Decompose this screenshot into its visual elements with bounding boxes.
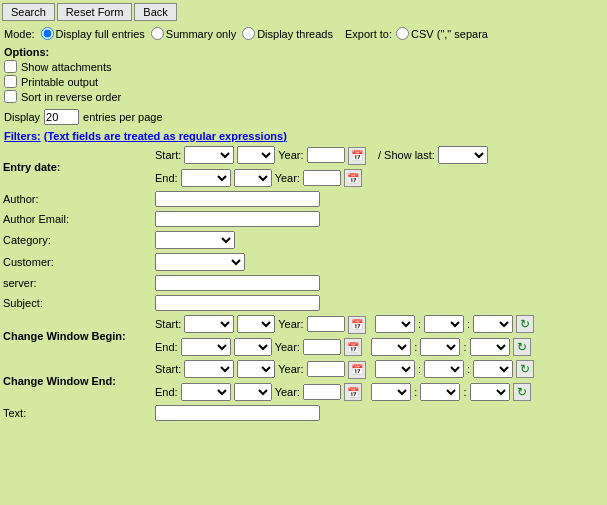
cwb-end-refresh-button[interactable]: ↻ [513, 338, 531, 356]
text-input[interactable] [155, 405, 320, 421]
show-last-label: / Show last: [378, 149, 435, 161]
category-row: Category: [0, 229, 607, 251]
cwb-end-day-select[interactable] [234, 338, 272, 356]
show-attachments-label: Show attachments [21, 61, 112, 73]
cwb-end-cal-button[interactable]: 📅 [344, 338, 362, 356]
mode-full-radio[interactable] [41, 27, 54, 40]
entry-date-end-day-select[interactable] [234, 169, 272, 187]
server-input-cell [152, 273, 607, 293]
cwb-start-day-select[interactable] [237, 315, 275, 333]
sort-reverse-row: Sort in reverse order [4, 90, 603, 103]
printable-output-checkbox[interactable] [4, 75, 17, 88]
entry-date-end-cal-button[interactable]: 📅 [344, 169, 362, 187]
cwb-end-cell: End: Year: 📅 : : ↻ [152, 336, 607, 359]
cwe-start-cell: Start: Year: 📅 : : ↻ [152, 358, 607, 381]
entry-date-end-month-select[interactable] [181, 169, 231, 187]
mode-summary-label[interactable]: Summary only [151, 27, 236, 40]
server-row: server: [0, 273, 607, 293]
cwe-start-min-select[interactable] [424, 360, 464, 378]
subject-input-cell [152, 293, 607, 313]
entry-date-start-day-select[interactable] [237, 146, 275, 164]
cwe-end-sec-select[interactable] [470, 383, 510, 401]
customer-label: Customer: [0, 251, 152, 273]
export-csv-radio[interactable] [396, 27, 409, 40]
cwe-end-year-input[interactable] [303, 384, 341, 400]
cwe-start-cal-button[interactable]: 📅 [348, 361, 366, 379]
cwb-start-min-select[interactable] [424, 315, 464, 333]
entry-date-end-cell: End: Year: 📅 [152, 167, 607, 190]
mode-label: Mode: [4, 28, 35, 40]
show-last-select[interactable] [438, 146, 488, 164]
filters-note: (Text fields are treated as [44, 130, 179, 142]
export-csv-label[interactable]: CSV ("," separa [396, 27, 488, 40]
show-attachments-checkbox[interactable] [4, 60, 17, 73]
author-email-input[interactable] [155, 211, 320, 227]
cwe-end-hour-select[interactable] [371, 383, 411, 401]
cwe-end-label: End: [155, 386, 178, 398]
display-suffix: entries per page [83, 111, 163, 123]
sort-reverse-checkbox[interactable] [4, 90, 17, 103]
cwe-end-day-select[interactable] [234, 383, 272, 401]
customer-select-cell [152, 251, 607, 273]
author-email-row: Author Email: [0, 209, 607, 229]
cwe-start-sec-select[interactable] [473, 360, 513, 378]
cwe-start-day-select[interactable] [237, 360, 275, 378]
cwe-start-refresh-button[interactable]: ↻ [516, 360, 534, 378]
cwe-start-label: Start: [155, 363, 181, 375]
sort-reverse-label: Sort in reverse order [21, 91, 121, 103]
cwe-end-year-label: Year: [275, 386, 300, 398]
text-row: Text: [0, 403, 607, 423]
cwe-end-refresh-button[interactable]: ↻ [513, 383, 531, 401]
customer-select[interactable] [155, 253, 245, 271]
cwb-end-year-input[interactable] [303, 339, 341, 355]
top-bar: Search Reset Form Back [0, 0, 607, 24]
mode-full-label[interactable]: Display full entries [41, 27, 145, 40]
cwe-end-month-select[interactable] [181, 383, 231, 401]
reset-form-button[interactable]: Reset Form [57, 3, 132, 21]
entry-date-end-year-input[interactable] [303, 170, 341, 186]
cwe-end-cell: End: Year: 📅 : : ↻ [152, 381, 607, 404]
cwb-end-min-select[interactable] [420, 338, 460, 356]
cwb-start-label: Start: [155, 318, 181, 330]
filters-header: Filters: (Text fields are treated as reg… [0, 128, 607, 144]
cwb-end-hour-select[interactable] [371, 338, 411, 356]
entry-date-start-year-input[interactable] [307, 147, 345, 163]
cwb-start-cell: Start: Year: 📅 : : ↻ [152, 313, 607, 336]
export-csv-text: CSV ("," separa [411, 28, 488, 40]
server-input[interactable] [155, 275, 320, 291]
cwb-start-month-select[interactable] [184, 315, 234, 333]
entry-date-start-cal-button[interactable]: 📅 [348, 147, 366, 165]
category-select[interactable] [155, 231, 235, 249]
filters-table: Entry date: Start: Year: 📅 / Show last: … [0, 144, 607, 423]
cwb-end-year-label: Year: [275, 341, 300, 353]
cwe-end-cal-button[interactable]: 📅 [344, 383, 362, 401]
back-button[interactable]: Back [134, 3, 176, 21]
mode-threads-radio[interactable] [242, 27, 255, 40]
cwb-end-month-select[interactable] [181, 338, 231, 356]
filters-note-end: ) [283, 130, 287, 142]
category-select-cell [152, 229, 607, 251]
cwb-start-cal-button[interactable]: 📅 [348, 316, 366, 334]
display-per-page-input[interactable] [44, 109, 79, 125]
cwb-start-refresh-button[interactable]: ↻ [516, 315, 534, 333]
author-email-input-cell [152, 209, 607, 229]
cwb-end-sec-select[interactable] [470, 338, 510, 356]
regex-link[interactable]: regular expressions [179, 130, 284, 142]
mode-threads-label[interactable]: Display threads [242, 27, 333, 40]
entry-date-start-month-select[interactable] [184, 146, 234, 164]
author-input[interactable] [155, 191, 320, 207]
cwe-start-month-select[interactable] [184, 360, 234, 378]
mode-summary-radio[interactable] [151, 27, 164, 40]
server-label: server: [0, 273, 152, 293]
subject-input[interactable] [155, 295, 320, 311]
cwb-start-hour-select[interactable] [375, 315, 415, 333]
cwb-start-year-input[interactable] [307, 316, 345, 332]
text-input-cell [152, 403, 607, 423]
cwb-start-sec-select[interactable] [473, 315, 513, 333]
cwe-start-year-input[interactable] [307, 361, 345, 377]
search-button[interactable]: Search [2, 3, 55, 21]
mode-full-text: Display full entries [56, 28, 145, 40]
display-row: Display entries per page [0, 106, 607, 128]
cwe-start-hour-select[interactable] [375, 360, 415, 378]
cwe-end-min-select[interactable] [420, 383, 460, 401]
